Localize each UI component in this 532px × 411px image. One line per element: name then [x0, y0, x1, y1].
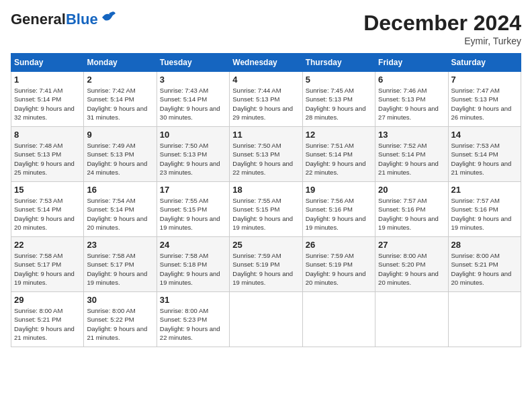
- calendar-cell: 12Sunrise: 7:51 AMSunset: 5:14 PMDayligh…: [302, 127, 375, 182]
- day-info: Sunrise: 7:49 AMSunset: 5:13 PMDaylight:…: [87, 141, 153, 177]
- calendar-cell: 26Sunrise: 7:59 AMSunset: 5:19 PMDayligh…: [302, 237, 375, 292]
- calendar-cell: 21Sunrise: 7:57 AMSunset: 5:16 PMDayligh…: [448, 182, 521, 237]
- day-info: Sunrise: 7:59 AMSunset: 5:19 PMDaylight:…: [232, 251, 299, 287]
- calendar-cell: 7Sunrise: 7:47 AMSunset: 5:13 PMDaylight…: [448, 72, 521, 127]
- calendar-cell: 30Sunrise: 8:00 AMSunset: 5:22 PMDayligh…: [84, 292, 157, 347]
- logo-bird-icon: [101, 11, 116, 23]
- day-number: 9: [87, 130, 153, 140]
- day-info: Sunrise: 8:00 AMSunset: 5:22 PMDaylight:…: [87, 306, 153, 342]
- day-number: 25: [232, 240, 299, 250]
- calendar-cell: 29Sunrise: 8:00 AMSunset: 5:21 PMDayligh…: [11, 292, 84, 347]
- weekday-header: Wednesday: [230, 54, 302, 72]
- day-number: 4: [232, 75, 299, 85]
- day-info: Sunrise: 7:47 AMSunset: 5:13 PMDaylight:…: [451, 86, 518, 122]
- page-header: GeneralBlue December 2024 Eymir, Turkey: [11, 11, 521, 46]
- calendar-cell: 1Sunrise: 7:41 AMSunset: 5:14 PMDaylight…: [11, 72, 84, 127]
- day-info: Sunrise: 7:57 AMSunset: 5:16 PMDaylight:…: [451, 196, 518, 232]
- calendar-cell: 2Sunrise: 7:42 AMSunset: 5:14 PMDaylight…: [84, 72, 157, 127]
- calendar-cell: 18Sunrise: 7:55 AMSunset: 5:15 PMDayligh…: [230, 182, 302, 237]
- day-info: Sunrise: 7:58 AMSunset: 5:17 PMDaylight:…: [87, 251, 153, 287]
- weekday-header: Saturday: [448, 54, 521, 72]
- weekday-header: Thursday: [302, 54, 375, 72]
- day-info: Sunrise: 7:53 AMSunset: 5:14 PMDaylight:…: [14, 196, 81, 232]
- calendar-header-row: SundayMondayTuesdayWednesdayThursdayFrid…: [11, 54, 521, 72]
- day-number: 23: [87, 240, 153, 250]
- day-number: 2: [87, 75, 153, 85]
- day-info: Sunrise: 7:50 AMSunset: 5:13 PMDaylight:…: [232, 141, 299, 177]
- day-number: 15: [14, 185, 81, 195]
- month-title: December 2024: [363, 11, 521, 36]
- day-number: 13: [378, 130, 445, 140]
- day-info: Sunrise: 7:55 AMSunset: 5:15 PMDaylight:…: [160, 196, 226, 232]
- day-number: 28: [451, 240, 518, 250]
- calendar-cell: [375, 292, 448, 347]
- day-number: 24: [160, 240, 226, 250]
- logo-blue: Blue: [66, 11, 98, 28]
- calendar: SundayMondayTuesdayWednesdayThursdayFrid…: [11, 53, 521, 347]
- day-number: 6: [378, 75, 445, 85]
- day-info: Sunrise: 7:43 AMSunset: 5:14 PMDaylight:…: [160, 86, 226, 122]
- calendar-cell: 20Sunrise: 7:57 AMSunset: 5:16 PMDayligh…: [375, 182, 448, 237]
- day-number: 30: [87, 295, 153, 305]
- logo-general: General: [11, 11, 66, 28]
- day-number: 22: [14, 240, 81, 250]
- calendar-cell: 11Sunrise: 7:50 AMSunset: 5:13 PMDayligh…: [230, 127, 302, 182]
- day-number: 29: [14, 295, 81, 305]
- day-number: 14: [451, 130, 518, 140]
- calendar-week-row: 8Sunrise: 7:48 AMSunset: 5:13 PMDaylight…: [11, 127, 521, 182]
- day-info: Sunrise: 7:50 AMSunset: 5:13 PMDaylight:…: [160, 141, 226, 177]
- day-info: Sunrise: 8:00 AMSunset: 5:21 PMDaylight:…: [451, 251, 518, 287]
- calendar-cell: 3Sunrise: 7:43 AMSunset: 5:14 PMDaylight…: [157, 72, 229, 127]
- day-info: Sunrise: 8:00 AMSunset: 5:20 PMDaylight:…: [378, 251, 445, 287]
- calendar-cell: 14Sunrise: 7:53 AMSunset: 5:14 PMDayligh…: [448, 127, 521, 182]
- day-info: Sunrise: 7:54 AMSunset: 5:14 PMDaylight:…: [87, 196, 153, 232]
- logo-text: GeneralBlue: [11, 11, 98, 28]
- day-info: Sunrise: 7:45 AMSunset: 5:13 PMDaylight:…: [306, 86, 372, 122]
- calendar-week-row: 22Sunrise: 7:58 AMSunset: 5:17 PMDayligh…: [11, 237, 521, 292]
- calendar-cell: 10Sunrise: 7:50 AMSunset: 5:13 PMDayligh…: [157, 127, 229, 182]
- title-block: December 2024 Eymir, Turkey: [363, 11, 521, 46]
- calendar-week-row: 1Sunrise: 7:41 AMSunset: 5:14 PMDaylight…: [11, 72, 521, 127]
- day-number: 7: [451, 75, 518, 85]
- day-number: 27: [378, 240, 445, 250]
- day-info: Sunrise: 7:42 AMSunset: 5:14 PMDaylight:…: [87, 86, 153, 122]
- location: Eymir, Turkey: [363, 36, 521, 46]
- day-number: 12: [306, 130, 372, 140]
- day-info: Sunrise: 7:44 AMSunset: 5:13 PMDaylight:…: [232, 86, 299, 122]
- calendar-cell: 31Sunrise: 8:00 AMSunset: 5:23 PMDayligh…: [157, 292, 229, 347]
- calendar-cell: 17Sunrise: 7:55 AMSunset: 5:15 PMDayligh…: [157, 182, 229, 237]
- calendar-cell: 27Sunrise: 8:00 AMSunset: 5:20 PMDayligh…: [375, 237, 448, 292]
- day-number: 20: [378, 185, 445, 195]
- calendar-cell: [448, 292, 521, 347]
- calendar-cell: 6Sunrise: 7:46 AMSunset: 5:13 PMDaylight…: [375, 72, 448, 127]
- calendar-cell: 8Sunrise: 7:48 AMSunset: 5:13 PMDaylight…: [11, 127, 84, 182]
- calendar-cell: 25Sunrise: 7:59 AMSunset: 5:19 PMDayligh…: [230, 237, 302, 292]
- calendar-cell: [302, 292, 375, 347]
- calendar-cell: 19Sunrise: 7:56 AMSunset: 5:16 PMDayligh…: [302, 182, 375, 237]
- day-info: Sunrise: 7:59 AMSunset: 5:19 PMDaylight:…: [306, 251, 372, 287]
- day-number: 3: [160, 75, 226, 85]
- weekday-header: Tuesday: [157, 54, 229, 72]
- day-info: Sunrise: 7:48 AMSunset: 5:13 PMDaylight:…: [14, 141, 81, 177]
- day-number: 16: [87, 185, 153, 195]
- day-number: 10: [160, 130, 226, 140]
- calendar-cell: 16Sunrise: 7:54 AMSunset: 5:14 PMDayligh…: [84, 182, 157, 237]
- calendar-cell: 4Sunrise: 7:44 AMSunset: 5:13 PMDaylight…: [230, 72, 302, 127]
- weekday-header: Sunday: [11, 54, 84, 72]
- day-number: 21: [451, 185, 518, 195]
- day-number: 31: [160, 295, 226, 305]
- day-info: Sunrise: 7:58 AMSunset: 5:18 PMDaylight:…: [160, 251, 226, 287]
- calendar-cell: 5Sunrise: 7:45 AMSunset: 5:13 PMDaylight…: [302, 72, 375, 127]
- day-info: Sunrise: 7:51 AMSunset: 5:14 PMDaylight:…: [306, 141, 372, 177]
- day-info: Sunrise: 7:41 AMSunset: 5:14 PMDaylight:…: [14, 86, 81, 122]
- day-info: Sunrise: 7:46 AMSunset: 5:13 PMDaylight:…: [378, 86, 445, 122]
- weekday-header: Friday: [375, 54, 448, 72]
- day-info: Sunrise: 7:53 AMSunset: 5:14 PMDaylight:…: [451, 141, 518, 177]
- day-number: 1: [14, 75, 81, 85]
- logo: GeneralBlue: [11, 11, 116, 28]
- day-info: Sunrise: 8:00 AMSunset: 5:23 PMDaylight:…: [160, 306, 226, 342]
- calendar-cell: 9Sunrise: 7:49 AMSunset: 5:13 PMDaylight…: [84, 127, 157, 182]
- calendar-cell: 24Sunrise: 7:58 AMSunset: 5:18 PMDayligh…: [157, 237, 229, 292]
- day-info: Sunrise: 7:55 AMSunset: 5:15 PMDaylight:…: [232, 196, 299, 232]
- day-number: 5: [306, 75, 372, 85]
